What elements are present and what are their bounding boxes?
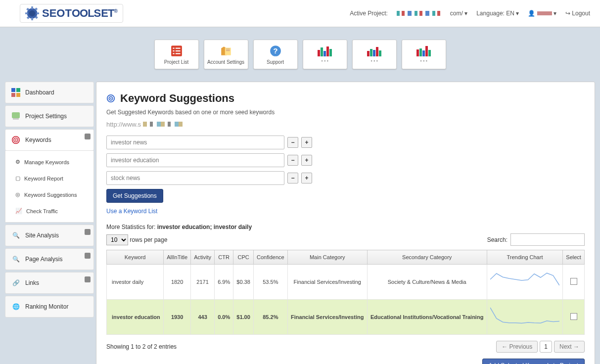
subnav-keyword-report[interactable]: ▢Keyword Report xyxy=(5,170,93,186)
add-seed-button[interactable]: + xyxy=(301,155,312,166)
gear-icon xyxy=(25,6,39,20)
logout-link[interactable]: ↪ Logout xyxy=(565,10,590,17)
sidebar-item-keywords[interactable]: Keywords xyxy=(5,129,94,151)
nav-report-1[interactable]: ▪ ▪ ▪ xyxy=(303,40,347,69)
col-activity[interactable]: Activity xyxy=(191,250,215,265)
remove-seed-button[interactable]: − xyxy=(287,137,298,148)
add-seed-button[interactable]: + xyxy=(301,137,312,148)
gear-small-icon: ⚙ xyxy=(15,159,20,165)
select-checkbox[interactable] xyxy=(570,278,577,285)
top-right-nav: Active Project: com/ ▾ Language: EN ▾ 👤 … xyxy=(350,10,590,17)
page-number[interactable]: 1 xyxy=(540,341,552,353)
col-confidence[interactable]: Confidence xyxy=(253,250,287,265)
next-page-button[interactable]: Next → xyxy=(554,341,585,353)
sidebar-item-ranking-monitor[interactable]: 🌐 Ranking Monitor xyxy=(5,296,94,318)
magnifier-icon: 🔍 xyxy=(10,254,21,265)
nav-project-list-label: Project List xyxy=(164,59,188,65)
brand-text: SEOTOOLSET® xyxy=(42,7,118,20)
sidebar-item-label: Ranking Monitor xyxy=(25,303,68,310)
col-allintitle[interactable]: AllInTitle xyxy=(164,250,191,265)
project-url: http://www.s xyxy=(106,121,585,128)
help-icon: ? xyxy=(269,45,282,57)
subnav-check-traffic[interactable]: 📈Check Traffic xyxy=(5,203,93,219)
user-menu[interactable]: 👤 ▾ xyxy=(528,10,556,17)
cell-select xyxy=(563,300,585,335)
sidebar-item-project-settings[interactable]: Project Settings xyxy=(5,105,94,127)
subnav-keyword-suggestions[interactable]: ◎Keyword Suggestions xyxy=(5,186,93,203)
svg-rect-12 xyxy=(175,47,180,48)
add-selected-button[interactable]: Add Selected Keywords to Project xyxy=(482,359,585,364)
col-keyword[interactable]: Keyword xyxy=(107,250,164,265)
nav-support-label: Support xyxy=(267,59,284,65)
col-main-category[interactable]: Main Category xyxy=(287,250,367,265)
pagination: ← Previous 1 Next → xyxy=(496,341,585,353)
col-ctr[interactable]: CTR xyxy=(215,250,233,265)
cell-main-category: Financial Services/Investing xyxy=(287,265,367,300)
sidebar-item-label: Project Settings xyxy=(25,113,67,120)
seed-input-1[interactable] xyxy=(106,136,284,149)
sidebar-item-label: Site Analysis xyxy=(25,232,59,239)
cell-cpc: $1.00 xyxy=(233,300,254,335)
seed-input-3[interactable] xyxy=(106,171,284,185)
settings-icon xyxy=(10,111,21,122)
sidebar: Dashboard Project Settings Keywords ⚙Man… xyxy=(5,82,94,319)
col-select[interactable]: Select xyxy=(563,250,585,265)
collapse-icon[interactable] xyxy=(85,229,91,235)
target-small-icon: ◎ xyxy=(15,191,20,198)
page-subtitle: Get Suggested Keywords based on one or m… xyxy=(106,109,585,116)
table-showing: Showing 1 to 2 of 2 entries xyxy=(106,343,177,350)
remove-seed-button[interactable]: − xyxy=(287,155,298,166)
seed-input-2[interactable] xyxy=(106,153,284,167)
subnav-manage-keywords[interactable]: ⚙Manage Keywords xyxy=(5,154,93,170)
svg-rect-19 xyxy=(226,50,230,50)
nav-support[interactable]: ? Support xyxy=(253,40,298,69)
cell-activity: 2171 xyxy=(191,265,215,300)
collapse-icon[interactable] xyxy=(85,253,91,259)
svg-rect-26 xyxy=(12,112,20,118)
remove-seed-button[interactable]: − xyxy=(287,173,298,183)
prev-page-button[interactable]: ← Previous xyxy=(496,341,538,353)
sidebar-item-label: Dashboard xyxy=(25,89,54,96)
col-cpc[interactable]: CPC xyxy=(233,250,254,265)
rows-per-page-select[interactable]: 10 xyxy=(106,234,128,245)
svg-rect-22 xyxy=(11,88,15,92)
svg-point-30 xyxy=(15,139,16,140)
col-secondary-category[interactable]: Secondary Category xyxy=(367,250,487,265)
cell-allintitle: 1820 xyxy=(164,265,191,300)
nav-report-2[interactable]: ▪ ▪ ▪ xyxy=(352,40,397,69)
sidebar-item-links[interactable]: 🔗 Links xyxy=(5,272,94,294)
bars-icon xyxy=(416,46,431,56)
nav-account-settings[interactable]: Account Settings xyxy=(204,40,248,69)
sidebar-item-page-analysis[interactable]: 🔍 Page Analysis xyxy=(5,248,94,270)
nav-project-list[interactable]: Project List xyxy=(154,40,199,69)
select-checkbox[interactable] xyxy=(570,313,577,320)
collapse-icon[interactable] xyxy=(85,276,91,282)
magnifier-icon: 🔍 xyxy=(10,230,21,241)
search-input[interactable] xyxy=(510,233,585,246)
svg-rect-15 xyxy=(173,53,174,54)
nav-account-settings-label: Account Settings xyxy=(207,59,244,65)
add-seed-button[interactable]: + xyxy=(301,173,312,183)
svg-rect-2 xyxy=(31,18,33,20)
globe-icon: 🌐 xyxy=(10,301,21,312)
get-suggestions-button[interactable]: Get Suggestions xyxy=(106,189,163,203)
cell-secondary-category: Educational Institutions/Vocational Trai… xyxy=(367,300,487,335)
cell-select xyxy=(563,265,585,300)
sidebar-item-label: Links xyxy=(25,279,39,286)
link-icon: 🔗 xyxy=(10,277,21,288)
language-selector[interactable]: Language: EN ▾ xyxy=(476,10,519,17)
brand-logo[interactable]: SEOTOOLSET® xyxy=(20,4,123,23)
cell-trending-chart xyxy=(487,265,562,300)
target-icon xyxy=(106,94,115,103)
sidebar-item-site-analysis[interactable]: 🔍 Site Analysis xyxy=(5,225,94,246)
cell-ctr: 0.0% xyxy=(215,300,233,335)
table-row: investor education19304430.0%$1.0085.2%F… xyxy=(107,300,585,335)
use-keyword-list-link[interactable]: Use a Keyword List xyxy=(106,208,157,215)
collapse-icon[interactable] xyxy=(85,134,91,139)
svg-rect-3 xyxy=(25,12,28,14)
svg-rect-25 xyxy=(16,93,20,97)
sidebar-item-dashboard[interactable]: Dashboard xyxy=(5,82,94,103)
col-trending-chart[interactable]: Trending Chart xyxy=(487,250,562,265)
nav-report-3[interactable]: ▪ ▪ ▪ xyxy=(402,40,446,69)
project-domain-suffix[interactable]: com/ ▾ xyxy=(450,10,467,17)
